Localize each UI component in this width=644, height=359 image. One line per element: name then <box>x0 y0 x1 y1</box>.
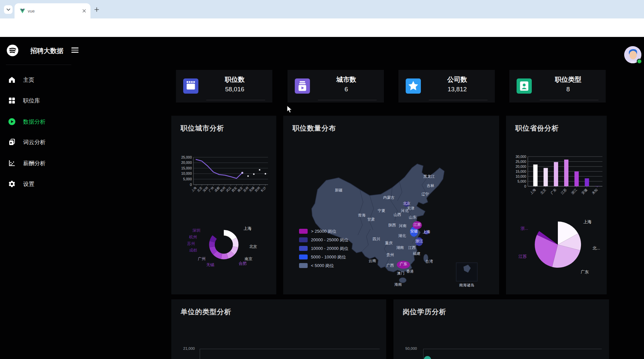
svg-text:台湾: 台湾 <box>425 259 433 263</box>
svg-text:南京: 南京 <box>245 256 253 261</box>
stat-card-job-types: 职位类型 8 <box>509 70 606 103</box>
legend-item[interactable]: 5000 - 10000 岗位 <box>299 254 348 260</box>
svg-text:云南: 云南 <box>369 259 376 263</box>
stat-label: 公司数 <box>427 75 488 84</box>
legend-swatch <box>299 246 308 251</box>
legend-swatch <box>299 263 308 268</box>
stat-card-companies: 公司数 13,812 <box>398 70 495 103</box>
salary-chart-icon <box>8 159 16 167</box>
legend-item[interactable]: 10000 - 20000 岗位 <box>299 246 348 251</box>
stat-value: 8 <box>538 86 598 93</box>
legend-item[interactable]: > 25000 岗位 <box>299 228 348 234</box>
legend-swatch <box>299 237 308 242</box>
south-china-sea-islands <box>463 265 471 273</box>
svg-text:5,000: 5,000 <box>518 179 526 183</box>
sidebar-item-home[interactable]: 主页 <box>8 73 77 86</box>
panel-company-type: 单位的类型分析 21,000 <box>171 299 386 359</box>
map-legend: > 25000 岗位20000 - 25000 岗位10000 - 20000 … <box>299 228 348 268</box>
province-bar-chart: 30,00025,00020,00015,00010,0005,0000上海北京… <box>506 116 607 294</box>
svg-text:0: 0 <box>524 184 526 188</box>
sidebar-item-label: 职位库 <box>23 97 40 105</box>
svg-text:深圳: 深圳 <box>202 186 209 193</box>
stat-card-cities: 城市数 6 <box>288 70 384 103</box>
svg-text:浙江: 浙江 <box>570 188 578 195</box>
svg-text:贵州: 贵州 <box>387 253 394 257</box>
legend-label: 20000 - 25000 岗位 <box>311 237 348 243</box>
svg-text:陕西: 陕西 <box>389 223 396 227</box>
south-china-sea-inset <box>456 263 477 281</box>
svg-text:上海: 上海 <box>583 220 592 224</box>
svg-text:15,000: 15,000 <box>181 166 192 170</box>
svg-text:江苏: 江苏 <box>560 188 567 195</box>
svg-text:辽宁: 辽宁 <box>422 192 429 196</box>
sidebar-item-settings[interactable]: 设置 <box>8 177 77 191</box>
menu-toggle-icon[interactable] <box>71 47 79 53</box>
panel-title: 岗位学历分析 <box>403 307 446 316</box>
sidebar-item-data-analysis[interactable]: 数据分析 <box>8 115 77 128</box>
svg-text:北京: 北京 <box>249 244 257 249</box>
app-logo-icon[interactable] <box>6 44 19 57</box>
svg-text:上海: 上海 <box>423 230 431 234</box>
svg-text:广东: 广东 <box>581 270 589 274</box>
svg-text:上海: 上海 <box>244 226 252 231</box>
svg-text:20,000: 20,000 <box>181 161 192 165</box>
panel-title: 单位的类型分析 <box>181 307 231 316</box>
svg-text:山东: 山东 <box>409 215 417 219</box>
panel-city-analysis: 职位城市分析 25,00020,00015,00010,0005,0000上海北… <box>171 116 276 294</box>
svg-text:新疆: 新疆 <box>335 188 343 192</box>
svg-text:福建: 福建 <box>413 252 421 255</box>
svg-text:上海: 上海 <box>191 186 197 193</box>
tab-title: vue <box>28 9 81 14</box>
education-bar-top <box>424 356 431 359</box>
svg-text:广州: 广州 <box>198 256 206 261</box>
svg-text:甘肃: 甘肃 <box>367 217 375 221</box>
sidebar-item-salary[interactable]: 薪酬分析 <box>8 157 77 170</box>
panel-province-analysis: 职位省份分析 30,00025,00020,00015,00010,0005,0… <box>506 116 607 294</box>
svg-text:吉林: 吉林 <box>427 184 435 188</box>
svg-text:天津: 天津 <box>407 206 415 210</box>
avatar-status-dot <box>637 59 642 64</box>
svg-text:深圳: 深圳 <box>192 228 200 233</box>
svg-text:北京: 北京 <box>540 188 547 195</box>
svg-text:无锡: 无锡 <box>249 186 255 193</box>
panel-title: 职位省份分析 <box>515 124 559 133</box>
gridline <box>423 349 602 349</box>
sidebar-item-wordcloud[interactable]: 词云分析 <box>8 135 77 149</box>
stat-value: 58,016 <box>204 86 265 93</box>
svg-text:重庆: 重庆 <box>385 241 393 245</box>
positions-icon <box>183 78 198 94</box>
gear-icon <box>8 180 16 188</box>
browser-tab[interactable]: vue <box>15 3 90 18</box>
svg-text:0: 0 <box>190 183 192 187</box>
svg-text:北京: 北京 <box>196 186 203 193</box>
sidebar-item-label: 主页 <box>23 76 34 84</box>
svg-text:河北: 河北 <box>401 209 409 213</box>
svg-text:浙江: 浙江 <box>415 239 424 243</box>
new-tab-button[interactable] <box>94 7 100 13</box>
tab-search-button[interactable] <box>4 5 13 14</box>
legend-item[interactable]: 20000 - 25000 岗位 <box>299 237 348 243</box>
sidebar-item-job-library[interactable]: 职位库 <box>8 94 77 107</box>
stat-value: 6 <box>316 86 377 93</box>
svg-text:杭州: 杭州 <box>189 235 197 239</box>
stat-value: 13,812 <box>427 86 488 93</box>
svg-text:南海诸岛: 南海诸岛 <box>459 283 474 287</box>
axis-tick-label: 50,000 <box>405 346 417 350</box>
legend-label: > 25000 岗位 <box>311 228 336 234</box>
browser-address-bar: localhost:8999/dash1 <box>0 18 644 37</box>
svg-text:广东: 广东 <box>550 188 557 195</box>
svg-text:10,000: 10,000 <box>181 171 192 175</box>
tab-close-icon[interactable] <box>81 8 87 14</box>
axis-line <box>423 349 424 359</box>
svg-text:江西: 江西 <box>408 246 416 250</box>
legend-item[interactable]: < 5000 岗位 <box>299 263 348 268</box>
play-circle-icon <box>8 118 16 126</box>
browser-tab-strip: vue <box>0 0 644 18</box>
chevron-down-icon <box>7 9 10 11</box>
companies-star-icon <box>406 78 421 94</box>
svg-text:长沙: 长沙 <box>260 186 267 193</box>
svg-text:黑龙江: 黑龙江 <box>424 174 435 178</box>
svg-text:北京: 北京 <box>403 201 411 205</box>
svg-text:成都: 成都 <box>189 248 197 253</box>
svg-text:25,000: 25,000 <box>516 160 526 164</box>
